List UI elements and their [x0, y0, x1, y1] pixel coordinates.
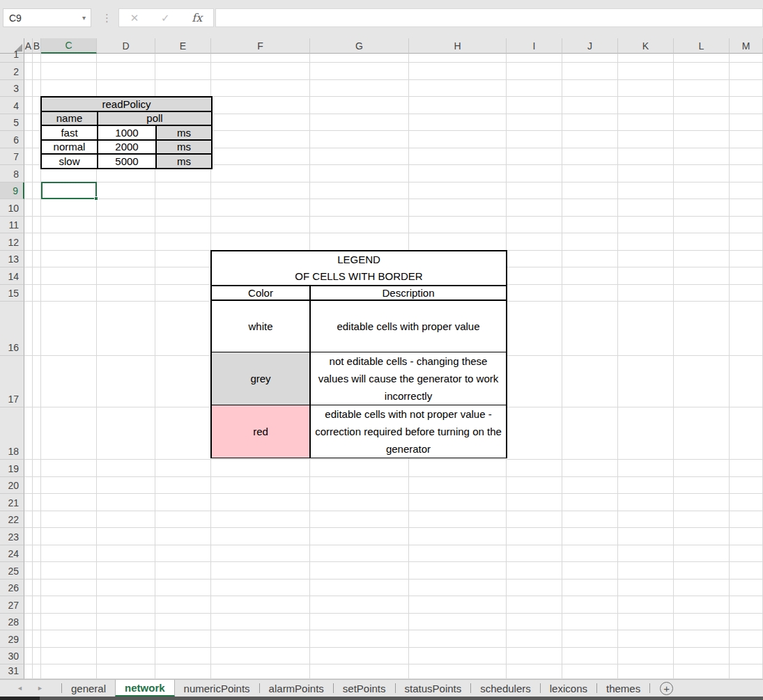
read-policy-table: readPolicynamepollfast1000msnormal2000ms…	[40, 96, 213, 169]
grid-canvas[interactable]: readPolicynamepollfast1000msnormal2000ms…	[24, 54, 763, 679]
legend-color-cell-grey[interactable]: grey	[211, 352, 310, 405]
read-policy-unit-cell[interactable]: ms	[156, 140, 212, 155]
legend-title-line1: LEGEND	[212, 251, 506, 268]
cancel-icon[interactable]: ✕	[130, 12, 139, 24]
column-header-D[interactable]: D	[97, 38, 155, 54]
add-sheet-button[interactable]: +	[660, 682, 673, 695]
insert-function-icon[interactable]: fx	[192, 11, 202, 24]
row-header-4[interactable]: 4	[0, 97, 24, 114]
column-header-M[interactable]: M	[730, 38, 763, 54]
legend-color-cell-white[interactable]: white	[211, 300, 310, 352]
row-header-13[interactable]: 13	[0, 251, 24, 268]
column-header-A[interactable]: A	[24, 38, 33, 54]
column-headers: ABCDEFGHIJKLM	[24, 38, 763, 54]
row-header-14[interactable]: 14	[0, 267, 24, 285]
sheet-tab-themes[interactable]: themes	[597, 680, 649, 697]
row-header-19[interactable]: 19	[0, 460, 24, 477]
row-header-1[interactable]: 1	[0, 54, 24, 63]
read-policy-name-cell[interactable]: slow	[41, 154, 98, 169]
formula-buttons: ✕ ✓ fx	[118, 8, 214, 27]
selected-cell-c9[interactable]	[41, 182, 97, 199]
row-header-2[interactable]: 2	[0, 63, 24, 80]
column-header-B[interactable]: B	[33, 38, 41, 54]
row-header-8[interactable]: 8	[0, 165, 24, 182]
row-header-23[interactable]: 23	[0, 528, 24, 545]
legend-description-header-cell[interactable]: Description	[310, 286, 507, 300]
read-policy-name-header-cell[interactable]: name	[41, 111, 98, 126]
row-header-28[interactable]: 28	[0, 614, 24, 631]
sheet-tab-general[interactable]: general	[62, 680, 115, 697]
row-header-22[interactable]: 22	[0, 511, 24, 529]
formula-bar-area: C9 ▾ ⋮ ✕ ✓ fx	[0, 0, 763, 38]
sheet-tab-statusPoints[interactable]: statusPoints	[396, 680, 471, 697]
tab-separator	[649, 683, 650, 693]
read-policy-poll-header-cell[interactable]: poll	[98, 111, 212, 126]
column-header-E[interactable]: E	[155, 38, 211, 54]
legend-description-cell-red[interactable]: editable cells with not proper value - c…	[310, 405, 507, 458]
row-header-10[interactable]: 10	[0, 199, 24, 217]
sheet-tab-schedulers[interactable]: schedulers	[471, 680, 540, 697]
row-header-18[interactable]: 18	[0, 407, 24, 460]
row-header-25[interactable]: 25	[0, 562, 24, 580]
legend-color-cell-red[interactable]: red	[211, 405, 310, 458]
legend-description-cell-white[interactable]: editable cells with proper value	[310, 300, 507, 352]
read-policy-poll-cell[interactable]: 2000	[98, 140, 156, 155]
row-header-24[interactable]: 24	[0, 545, 24, 563]
sheet-tab-network[interactable]: network	[115, 680, 175, 697]
read-policy-unit-cell[interactable]: ms	[156, 154, 212, 169]
row-header-16[interactable]: 16	[0, 302, 24, 356]
read-policy-name-cell[interactable]: fast	[41, 125, 98, 140]
row-header-12[interactable]: 12	[0, 233, 24, 251]
row-header-9[interactable]: 9	[0, 182, 24, 200]
column-header-G[interactable]: G	[310, 38, 409, 54]
column-header-K[interactable]: K	[618, 38, 674, 54]
read-policy-title-cell[interactable]: readPolicy	[41, 97, 212, 111]
name-box-value: C9	[3, 13, 82, 24]
row-header-20[interactable]: 20	[0, 477, 24, 495]
legend-table: LEGENDOF CELLS WITH BORDERColorDescripti…	[210, 250, 507, 458]
row-header-7[interactable]: 7	[0, 148, 24, 166]
row-header-6[interactable]: 6	[0, 131, 24, 148]
read-policy-poll-cell[interactable]: 5000	[98, 154, 156, 169]
column-header-H[interactable]: H	[409, 38, 507, 54]
row-header-30[interactable]: 30	[0, 648, 24, 665]
formula-bar-options-icon[interactable]: ⋮	[102, 8, 112, 27]
row-header-15[interactable]: 15	[0, 285, 24, 302]
row-header-27[interactable]: 27	[0, 596, 24, 614]
row-header-17[interactable]: 17	[0, 356, 24, 407]
name-box-dropdown-icon[interactable]: ▾	[82, 14, 91, 22]
column-header-J[interactable]: J	[562, 38, 618, 54]
row-headers: 1234567891011121314151617181920212223242…	[0, 54, 24, 679]
row-header-29[interactable]: 29	[0, 630, 24, 648]
fill-handle[interactable]	[94, 196, 98, 201]
row-header-26[interactable]: 26	[0, 580, 24, 597]
enter-icon[interactable]: ✓	[161, 12, 170, 24]
row-header-31[interactable]: 31	[0, 664, 24, 679]
legend-description-cell-grey[interactable]: not editable cells - changing these valu…	[310, 352, 507, 405]
tab-scroll-right-icon[interactable]: ►	[37, 685, 43, 692]
formula-input[interactable]	[215, 8, 763, 27]
legend-title-line2: OF CELLS WITH BORDER	[212, 268, 506, 285]
column-header-L[interactable]: L	[674, 38, 730, 54]
excel-window: C9 ▾ ⋮ ✕ ✓ fx ABCDEFGHIJKLM 123456789101…	[0, 0, 763, 700]
read-policy-name-cell[interactable]: normal	[41, 140, 98, 155]
column-header-F[interactable]: F	[211, 38, 310, 54]
sheet-tab-numericPoints[interactable]: numericPoints	[175, 680, 259, 697]
row-header-21[interactable]: 21	[0, 494, 24, 511]
name-box[interactable]: C9 ▾	[3, 8, 91, 27]
legend-color-header-cell[interactable]: Color	[211, 286, 310, 300]
tab-scroll-left-icon[interactable]: ◄	[17, 685, 23, 692]
column-header-C[interactable]: C	[41, 38, 97, 54]
sheet-tab-setPoints[interactable]: setPoints	[334, 680, 395, 697]
read-policy-unit-cell[interactable]: ms	[156, 125, 212, 140]
row-header-3[interactable]: 3	[0, 80, 24, 98]
sheet-tab-alarmPoints[interactable]: alarmPoints	[260, 680, 333, 697]
bottom-strip	[0, 697, 763, 700]
legend-title-cell[interactable]: LEGENDOF CELLS WITH BORDER	[211, 251, 507, 286]
column-header-I[interactable]: I	[507, 38, 562, 54]
select-all-corner[interactable]	[0, 38, 24, 54]
row-header-5[interactable]: 5	[0, 114, 24, 132]
row-header-11[interactable]: 11	[0, 217, 24, 234]
read-policy-poll-cell[interactable]: 1000	[98, 125, 156, 140]
sheet-tab-lexicons[interactable]: lexicons	[541, 680, 596, 697]
